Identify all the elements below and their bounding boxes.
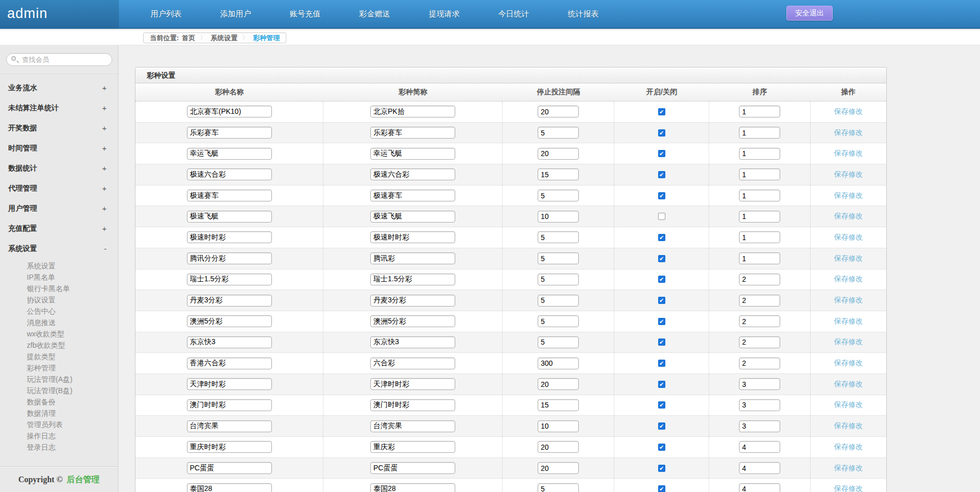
enabled-checkbox[interactable]: [658, 213, 665, 220]
sidebar-subitem-wx收款类型[interactable]: wx收款类型: [0, 328, 118, 340]
stop-bet-interval-input[interactable]: [538, 399, 579, 411]
sort-order-input[interactable]: [739, 336, 780, 348]
lottery-short-name-input[interactable]: [370, 462, 455, 474]
stop-bet-interval-input[interactable]: [538, 420, 579, 432]
enabled-checkbox[interactable]: ✔: [658, 318, 665, 325]
lottery-name-input[interactable]: [187, 190, 272, 201]
lottery-short-name-input[interactable]: [370, 168, 455, 180]
sidebar-subitem-zfb收款类型[interactable]: zfb收款类型: [0, 340, 118, 351]
save-edit-link[interactable]: 保存修改: [834, 380, 863, 389]
sidebar-subitem-提款类型[interactable]: 提款类型: [0, 351, 118, 362]
stop-bet-interval-input[interactable]: [538, 483, 579, 492]
sort-order-input[interactable]: [739, 231, 780, 243]
breadcrumb-item-首页[interactable]: 首页: [182, 33, 195, 43]
sidebar-item-业务流水[interactable]: 业务流水+: [0, 78, 118, 98]
stop-bet-interval-input[interactable]: [538, 127, 579, 139]
logout-button[interactable]: 安全退出: [786, 6, 833, 21]
lottery-name-input[interactable]: [187, 378, 272, 390]
sidebar-subitem-玩法管理(A盘)[interactable]: 玩法管理(A盘): [0, 374, 118, 385]
lottery-short-name-input[interactable]: [370, 190, 455, 201]
save-edit-link[interactable]: 保存修改: [834, 464, 863, 473]
lottery-name-input[interactable]: [187, 211, 272, 223]
sidebar-item-代理管理[interactable]: 代理管理+: [0, 178, 118, 198]
lottery-name-input[interactable]: [187, 336, 272, 348]
copyright-brand-link[interactable]: 后台管理: [67, 475, 100, 484]
sidebar-item-时间管理[interactable]: 时间管理+: [0, 138, 118, 158]
stop-bet-interval-input[interactable]: [538, 274, 579, 285]
save-edit-link[interactable]: 保存修改: [834, 400, 863, 410]
sort-order-input[interactable]: [739, 483, 780, 492]
sidebar-subitem-登录日志[interactable]: 登录日志: [0, 442, 118, 453]
enabled-checkbox[interactable]: ✔: [658, 234, 665, 241]
lottery-name-input[interactable]: [187, 252, 272, 264]
nav-item-用户列表[interactable]: 用户列表: [131, 0, 201, 27]
stop-bet-interval-input[interactable]: [538, 252, 579, 264]
lottery-name-input[interactable]: [187, 231, 272, 243]
stop-bet-interval-input[interactable]: [538, 148, 579, 160]
save-edit-link[interactable]: 保存修改: [834, 317, 863, 326]
enabled-checkbox[interactable]: ✔: [658, 255, 665, 262]
save-edit-link[interactable]: 保存修改: [834, 421, 863, 431]
lottery-short-name-input[interactable]: [370, 336, 455, 348]
sidebar-item-未结算注单统计[interactable]: 未结算注单统计+: [0, 98, 118, 118]
lottery-name-input[interactable]: [187, 441, 272, 453]
save-edit-link[interactable]: 保存修改: [834, 359, 863, 368]
sidebar-subitem-操作日志[interactable]: 操作日志: [0, 430, 118, 442]
lottery-name-input[interactable]: [187, 168, 272, 180]
stop-bet-interval-input[interactable]: [538, 378, 579, 390]
sort-order-input[interactable]: [739, 441, 780, 453]
lottery-short-name-input[interactable]: [370, 106, 455, 117]
save-edit-link[interactable]: 保存修改: [834, 443, 863, 452]
save-edit-link[interactable]: 保存修改: [834, 484, 863, 492]
sidebar-subitem-管理员列表[interactable]: 管理员列表: [0, 419, 118, 430]
nav-item-添加用户[interactable]: 添加用户: [201, 0, 270, 27]
sidebar-subitem-彩种管理[interactable]: 彩种管理: [0, 362, 118, 374]
lottery-name-input[interactable]: [187, 295, 272, 307]
enabled-checkbox[interactable]: ✔: [658, 360, 665, 367]
sort-order-input[interactable]: [739, 190, 780, 201]
lottery-short-name-input[interactable]: [370, 441, 455, 453]
enabled-checkbox[interactable]: ✔: [658, 150, 665, 157]
enabled-checkbox[interactable]: ✔: [658, 381, 665, 388]
lottery-short-name-input[interactable]: [370, 399, 455, 411]
stop-bet-interval-input[interactable]: [538, 190, 579, 201]
stop-bet-interval-input[interactable]: [538, 441, 579, 453]
sidebar-subitem-消息推送[interactable]: 消息推送: [0, 317, 118, 328]
sidebar-subitem-银行卡黑名单[interactable]: 银行卡黑名单: [0, 283, 118, 294]
save-edit-link[interactable]: 保存修改: [834, 254, 863, 263]
sidebar-item-开奖数据[interactable]: 开奖数据+: [0, 118, 118, 138]
sidebar-subitem-玩法管理(B盘)[interactable]: 玩法管理(B盘): [0, 385, 118, 396]
sort-order-input[interactable]: [739, 274, 780, 285]
lottery-short-name-input[interactable]: [370, 252, 455, 264]
stop-bet-interval-input[interactable]: [538, 462, 579, 474]
lottery-name-input[interactable]: [187, 462, 272, 474]
stop-bet-interval-input[interactable]: [538, 168, 579, 180]
sort-order-input[interactable]: [739, 148, 780, 160]
lottery-short-name-input[interactable]: [370, 231, 455, 243]
sidebar-subitem-系统设置[interactable]: 系统设置: [0, 260, 118, 272]
lottery-short-name-input[interactable]: [370, 148, 455, 160]
sidebar-item-充值配置[interactable]: 充值配置+: [0, 218, 118, 239]
enabled-checkbox[interactable]: ✔: [658, 192, 665, 199]
sort-order-input[interactable]: [739, 168, 780, 180]
breadcrumb-item-系统设置[interactable]: 系统设置: [211, 33, 237, 43]
sidebar-subitem-协议设置[interactable]: 协议设置: [0, 294, 118, 306]
lottery-name-input[interactable]: [187, 274, 272, 285]
enabled-checkbox[interactable]: ✔: [658, 422, 665, 430]
sort-order-input[interactable]: [739, 252, 780, 264]
save-edit-link[interactable]: 保存修改: [834, 296, 863, 305]
lottery-short-name-input[interactable]: [370, 483, 455, 492]
stop-bet-interval-input[interactable]: [538, 315, 579, 327]
sort-order-input[interactable]: [739, 127, 780, 139]
save-edit-link[interactable]: 保存修改: [834, 191, 863, 200]
lottery-name-input[interactable]: [187, 399, 272, 411]
enabled-checkbox[interactable]: ✔: [658, 444, 665, 451]
lottery-name-input[interactable]: [187, 127, 272, 139]
sidebar-subitem-数据清理[interactable]: 数据清理: [0, 408, 118, 419]
enabled-checkbox[interactable]: ✔: [658, 276, 665, 283]
stop-bet-interval-input[interactable]: [538, 336, 579, 348]
lottery-short-name-input[interactable]: [370, 127, 455, 139]
sort-order-input[interactable]: [739, 399, 780, 411]
lottery-short-name-input[interactable]: [370, 358, 455, 369]
sort-order-input[interactable]: [739, 295, 780, 307]
